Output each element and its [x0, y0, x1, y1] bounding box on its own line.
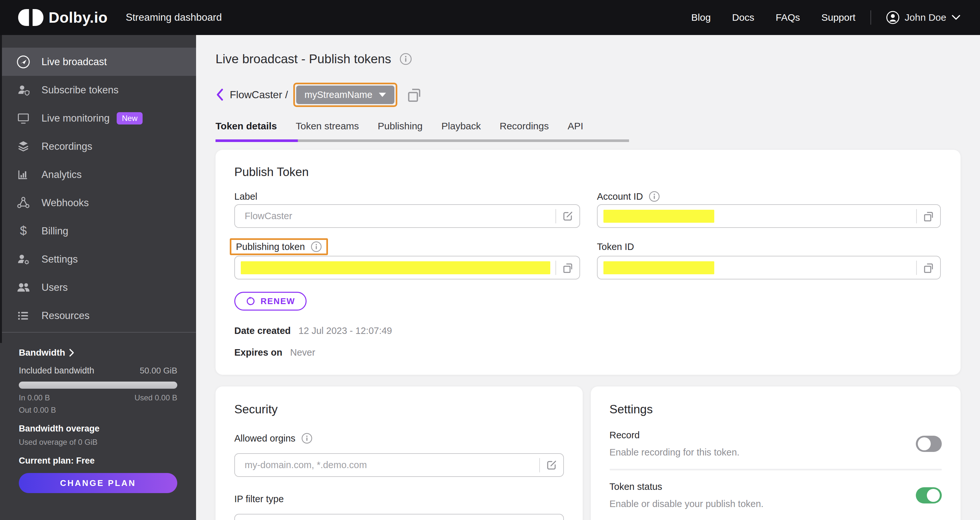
sidebar-item-label: Billing: [41, 225, 68, 237]
info-icon[interactable]: [311, 241, 322, 252]
info-icon[interactable]: [399, 53, 412, 65]
publish-token-heading: Publish Token: [234, 165, 940, 179]
sidebar-item-live-broadcast[interactable]: Live broadcast: [0, 48, 196, 76]
chevron-down-icon: [951, 14, 961, 21]
sidebar-item-label: Webhooks: [41, 197, 89, 209]
renew-button[interactable]: RENEW: [234, 292, 307, 311]
change-plan-button[interactable]: CHANGE PLAN: [19, 473, 177, 493]
sidebar-item-settings[interactable]: Settings: [0, 245, 196, 273]
copy-account-id-button[interactable]: [917, 210, 940, 223]
sidebar-scrollbar[interactable]: [0, 35, 2, 343]
publishing-token-field: [234, 256, 580, 279]
nav-link-support[interactable]: Support: [821, 12, 855, 23]
date-created-label: Date created: [234, 325, 291, 336]
sidebar-item-label: Analytics: [41, 169, 82, 180]
user-menu[interactable]: John Doe: [886, 11, 961, 24]
page-title: Live broadcast - Publish tokens: [215, 52, 391, 66]
bandwidth-title[interactable]: Bandwidth: [19, 348, 177, 358]
tab-recordings[interactable]: Recordings: [500, 121, 549, 132]
tab-playback[interactable]: Playback: [441, 121, 481, 132]
copy-stream-name-button[interactable]: [405, 86, 423, 104]
info-icon[interactable]: [301, 433, 312, 444]
info-icon[interactable]: [649, 191, 660, 202]
copy-publishing-token-button[interactable]: [556, 261, 579, 274]
token-status-description: Enable or disable your publish token.: [609, 499, 903, 509]
monitor-icon: [16, 111, 31, 126]
bandwidth-panel: Bandwidth Included bandwidth 50.00 GiB I…: [0, 333, 196, 493]
sidebar: Live broadcast Subscribe tokens Live mon…: [0, 35, 196, 520]
avatar-icon: [886, 11, 900, 24]
brand-name: Dolby.io: [49, 9, 108, 26]
dolby-logo[interactable]: Dolby.io: [18, 9, 108, 26]
copy-token-id-button[interactable]: [917, 261, 940, 274]
record-setting-row: Record Enable recording for this token.: [609, 430, 942, 458]
dolby-double-d-icon: [18, 9, 43, 26]
chevron-left-icon[interactable]: [215, 88, 224, 101]
list-icon: [16, 308, 31, 323]
sidebar-item-resources[interactable]: Resources: [0, 301, 196, 330]
broadcast-icon: [16, 54, 31, 69]
topbar: Dolby.io Streaming dashboard Blog Docs F…: [0, 0, 980, 35]
product-title: Streaming dashboard: [126, 12, 222, 23]
security-card: Security Allowed orgins: [215, 386, 583, 520]
expires-on-value: Never: [290, 347, 315, 358]
edit-allowed-origins-button[interactable]: [540, 459, 563, 472]
tab-api[interactable]: API: [568, 121, 583, 132]
bandwidth-overage-title: Bandwidth overage: [19, 424, 177, 434]
label-input-wrap: [234, 204, 580, 228]
copy-icon: [922, 210, 935, 223]
webhook-icon: [16, 196, 31, 211]
sidebar-item-webhooks[interactable]: Webhooks: [0, 189, 196, 217]
allowed-origins-input[interactable]: [244, 459, 539, 471]
label-input[interactable]: [244, 211, 555, 222]
token-status-label: Token status: [609, 482, 903, 492]
label-field-label: Label: [234, 191, 257, 202]
account-id-field: [597, 204, 941, 228]
copy-icon: [561, 261, 574, 274]
allowed-origins-label: Allowed orgins: [234, 433, 296, 444]
nav-link-docs[interactable]: Docs: [732, 12, 754, 23]
tab-publishing[interactable]: Publishing: [378, 121, 423, 132]
tab-token-streams[interactable]: Token streams: [296, 121, 359, 132]
annotation-box-publishing-token: Publishing token: [230, 238, 328, 255]
current-plan-label: Current plan: Free: [19, 456, 177, 466]
bar-chart-icon: [16, 167, 31, 182]
edit-label-button[interactable]: [556, 210, 579, 223]
topbar-divider: [870, 10, 871, 25]
breadcrumb-token-name[interactable]: FlowCaster /: [230, 89, 288, 101]
chevron-right-icon: [69, 348, 74, 357]
sidebar-item-users[interactable]: Users: [0, 273, 196, 301]
copy-icon: [922, 261, 935, 274]
users-icon: [16, 280, 31, 295]
publishing-token-label: Publishing token: [236, 241, 305, 252]
redacted-account-id: [603, 210, 714, 223]
stream-name-dropdown[interactable]: myStreamName: [296, 86, 395, 104]
annotation-box-stream-name: myStreamName: [293, 83, 398, 107]
sidebar-item-label: Subscribe tokens: [41, 84, 119, 96]
renew-icon: [246, 296, 255, 306]
dollar-icon: $: [16, 224, 31, 238]
sidebar-item-billing[interactable]: $ Billing: [0, 217, 196, 245]
ip-filter-type-label: IP filter type: [234, 494, 284, 504]
settings-heading: Settings: [609, 403, 942, 416]
bandwidth-in: In 0.00 B: [19, 393, 50, 402]
redacted-token-id: [603, 261, 714, 274]
token-status-toggle[interactable]: [916, 487, 942, 504]
sidebar-item-live-monitoring[interactable]: Live monitoring New: [0, 104, 196, 132]
nav-link-faqs[interactable]: FAQs: [775, 12, 800, 23]
tab-token-details[interactable]: Token details: [215, 121, 277, 132]
bandwidth-progress-bar: [19, 381, 177, 389]
sidebar-item-recordings[interactable]: Recordings: [0, 132, 196, 161]
date-created-value: 12 Jul 2023 - 12:07:49: [299, 325, 392, 336]
sidebar-item-subscribe-tokens[interactable]: Subscribe tokens: [0, 76, 196, 104]
user-name: John Doe: [905, 12, 946, 23]
allowed-origins-input-wrap: [234, 453, 564, 477]
edit-icon: [561, 210, 574, 223]
sidebar-item-analytics[interactable]: Analytics: [0, 161, 196, 189]
bandwidth-overage-text: Used overage of 0 GiB: [19, 438, 177, 447]
redacted-publishing-token: [241, 261, 550, 274]
record-toggle[interactable]: [916, 436, 942, 452]
ip-filter-type-select[interactable]: IP Addresses: [234, 514, 564, 520]
nav-link-blog[interactable]: Blog: [691, 12, 711, 23]
caret-down-icon: [379, 93, 386, 97]
